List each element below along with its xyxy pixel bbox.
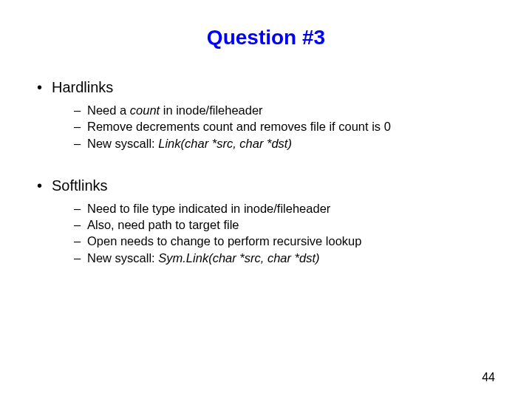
list-item: New syscall: Sym.Link(char *src, char *d… <box>74 250 502 266</box>
list-item: Also, need path to target file <box>74 216 502 233</box>
bullet-heading: Softlinks <box>52 177 108 194</box>
list-item: New syscall: Link(char *src, char *dst) <box>74 135 502 151</box>
list-item: Open needs to change to perform recursiv… <box>74 233 502 249</box>
sublist-hardlinks: Need a count in inode/fileheader Remove … <box>30 102 502 151</box>
list-item: Remove decrements count and removes file… <box>74 118 502 134</box>
list-item: Need to file type indicated in inode/fil… <box>74 200 502 216</box>
list-item: Need a count in inode/fileheader <box>74 102 502 118</box>
page-number: 44 <box>482 371 495 384</box>
sublist-softlinks: Need to file type indicated in inode/fil… <box>30 200 502 266</box>
bullet-hardlinks: Hardlinks <box>30 79 502 96</box>
slide-title: Question #3 <box>30 26 502 50</box>
bullet-heading: Hardlinks <box>52 79 113 95</box>
bullet-softlinks: Softlinks <box>30 177 502 194</box>
slide: Question #3 Hardlinks Need a count in in… <box>0 0 532 399</box>
